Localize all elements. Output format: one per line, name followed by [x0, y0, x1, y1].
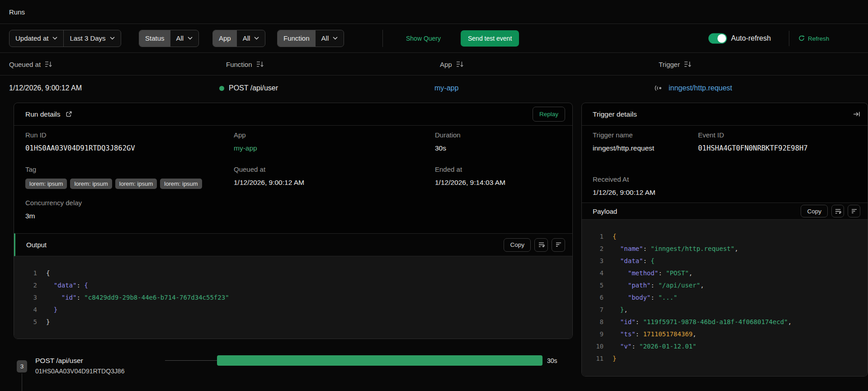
timeline-duration-bar[interactable]	[217, 355, 542, 366]
field-run-id: Run ID 01HS0AA03V04D91RTDQ3J862GV	[25, 131, 135, 152]
run-details-panel: Run details Replay Run ID 01HS0AA03V04D9…	[14, 103, 573, 339]
column-label: Queued at	[9, 60, 41, 68]
sort-field-dropdown[interactable]: Updated at	[9, 30, 63, 47]
trigger-name-value: inngest/http.request	[593, 144, 654, 152]
trigger-details-header: Trigger details	[582, 103, 868, 126]
page-title: Runs	[9, 8, 25, 16]
field-label: Run ID	[25, 131, 135, 139]
sort-icon	[256, 61, 264, 67]
refresh-icon	[798, 35, 805, 42]
status-filter-value: All	[176, 34, 184, 42]
filter-bar: Updated at Last 3 Days Status All App Al…	[0, 24, 868, 53]
field-concurrency-delay: Concurrency delay 3m	[25, 199, 82, 220]
run-id-value: 01HS0AA03V04D91RTDQ3J862GV	[25, 144, 135, 152]
auto-refresh-toggle[interactable]	[708, 33, 727, 43]
run-app-link[interactable]: my-app	[434, 84, 458, 92]
field-duration: Duration 30s	[435, 131, 461, 152]
status-filter-label: Status	[139, 30, 170, 47]
show-query-button[interactable]: Show Query	[406, 35, 441, 42]
sort-icon	[456, 61, 464, 67]
field-trigger-name: Trigger name inngest/http.request	[593, 131, 654, 152]
chevron-down-icon	[188, 37, 193, 40]
tag-chip: lorem: ipsum	[25, 179, 67, 189]
step-count-badge[interactable]: 3	[17, 360, 27, 372]
payload-code-block: 1{2 "name": "inngest/http.request",3 "da…	[582, 220, 868, 376]
collapse-panel-icon[interactable]	[853, 111, 860, 118]
received-at-value: 1/12/26, 9:00:12 AM	[593, 188, 656, 197]
field-received-at: Received At 1/12/26, 9:00:12 AM	[593, 175, 656, 197]
app-filter-group: App All	[212, 30, 265, 47]
divider	[789, 31, 789, 46]
field-label: Ended at	[435, 165, 505, 173]
field-tag: Tag lorem: ipsumlorem: ipsumlorem: ipsum…	[25, 165, 202, 189]
output-title: Output	[26, 241, 47, 249]
chevron-down-icon	[52, 37, 57, 40]
timeline-line	[165, 360, 217, 361]
concurrency-delay-value: 3m	[25, 212, 82, 220]
status-dot-icon	[219, 86, 224, 91]
run-trigger-link[interactable]: inngest/http.request	[654, 84, 732, 92]
word-wrap-icon[interactable]	[534, 238, 548, 252]
output-code-block: 1{2 "data": {3 "id": "c8429dd9-29b8-44e6…	[14, 256, 572, 339]
auto-refresh-label: Auto-refresh	[731, 34, 771, 42]
output-section-header: Output Copy	[14, 233, 572, 256]
runs-page: Runs Updated at Last 3 Days Status All A…	[0, 0, 868, 391]
column-label: Trigger	[659, 60, 680, 68]
expand-lines-icon[interactable]	[848, 205, 860, 217]
column-header-trigger[interactable]: Trigger	[659, 60, 692, 68]
run-function-name: POST /api/user	[229, 84, 278, 92]
field-ended-at: Ended at 1/12/2026, 9:14:03 AM	[435, 165, 505, 187]
tag-chip: lorem: ipsum	[70, 179, 112, 189]
copy-payload-button[interactable]: Copy	[801, 205, 828, 217]
payload-section-header: Payload Copy	[582, 203, 868, 220]
field-label: Trigger name	[593, 131, 654, 139]
chevron-down-icon	[333, 37, 338, 40]
time-range-dropdown[interactable]: Last 3 Days	[64, 30, 120, 47]
divider	[382, 30, 383, 47]
tag-chip: lorem: ipsum	[160, 179, 202, 189]
run-details-header: Run details Replay	[14, 103, 572, 126]
ended-at-value: 1/12/2026, 9:14:03 AM	[435, 179, 505, 187]
field-app: App my-app	[234, 131, 257, 152]
refresh-button[interactable]: Refresh	[798, 35, 829, 42]
run-row[interactable]: 1/12/2026, 9:00:12 AM POST /api/user my-…	[0, 75, 868, 101]
external-link-icon[interactable]	[66, 111, 72, 118]
trigger-details-title: Trigger details	[593, 110, 637, 118]
copy-output-button[interactable]: Copy	[504, 238, 531, 252]
column-header-queued-at[interactable]: Queued at	[9, 60, 52, 68]
field-label: Event ID	[698, 131, 808, 139]
app-link[interactable]: my-app	[234, 144, 257, 152]
field-label: App	[234, 131, 257, 139]
timeline-duration-label: 30s	[547, 357, 557, 364]
run-trigger-name: inngest/http.request	[669, 84, 732, 92]
word-wrap-icon[interactable]	[831, 205, 844, 217]
queued-at-value: 1/12/2026, 9:00:12 AM	[234, 179, 304, 187]
refresh-label: Refresh	[808, 35, 829, 42]
app-filter-dropdown[interactable]: All	[237, 30, 265, 47]
top-bar: Runs	[0, 0, 868, 24]
duration-value: 30s	[435, 144, 461, 152]
function-filter-value: All	[321, 34, 329, 42]
function-filter-dropdown[interactable]: All	[316, 30, 344, 47]
chevron-down-icon	[110, 37, 115, 40]
sort-field-value: Updated at	[15, 34, 48, 42]
field-label: Duration	[435, 131, 461, 139]
expand-lines-icon[interactable]	[552, 238, 565, 252]
column-header-app[interactable]: App	[440, 60, 464, 68]
webhook-icon	[654, 85, 663, 92]
column-label: App	[440, 60, 452, 68]
send-test-event-button[interactable]: Send test event	[461, 30, 519, 47]
field-label: Received At	[593, 175, 656, 183]
column-header-function[interactable]: Function	[226, 60, 264, 68]
time-filter-group: Updated at Last 3 Days	[9, 30, 121, 47]
sort-icon	[45, 61, 52, 67]
field-event-id: Event ID 01HSHA4GT0FN0NRBKTF92E98H7	[698, 131, 808, 152]
field-label: Concurrency delay	[25, 199, 82, 207]
tag-chip: lorem: ipsum	[115, 179, 157, 189]
app-filter-value: All	[243, 34, 250, 42]
chevron-down-icon	[254, 37, 259, 40]
replay-button[interactable]: Replay	[533, 107, 565, 122]
status-filter-dropdown[interactable]: All	[170, 30, 199, 47]
toggle-knob	[717, 34, 726, 42]
run-function-link[interactable]: POST /api/user	[219, 84, 278, 92]
